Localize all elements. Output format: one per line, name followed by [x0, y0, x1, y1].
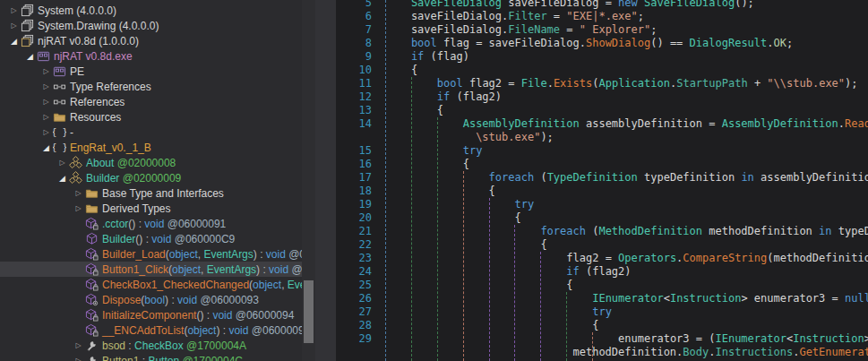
code-line[interactable]: 10{	[336, 64, 868, 77]
tree-row[interactable]: ◢Builder @02000009	[0, 170, 302, 185]
line-number[interactable]: 12	[336, 90, 372, 104]
tree-row[interactable]: ▷Type References	[0, 79, 302, 94]
tree-row[interactable]: ▷PE	[0, 64, 302, 79]
code-editor[interactable]: 5SaveFileDialog saveFileDialog = new Sav…	[336, 0, 868, 361]
expander-expanded-icon[interactable]: ◢	[23, 52, 37, 61]
expander-collapsed-icon[interactable]: ▷	[39, 98, 53, 106]
tree-row[interactable]: ▷Derived Types	[0, 201, 302, 216]
expander-collapsed-icon[interactable]: ▷	[56, 159, 69, 167]
line-number[interactable]: 13	[336, 104, 372, 117]
code-line[interactable]: 27try	[336, 305, 868, 319]
line-number[interactable]: 10	[336, 64, 372, 77]
line-number[interactable]: 29	[336, 332, 372, 346]
tree-label-segment: References	[70, 96, 125, 108]
code-line[interactable]: 29enumerator3 = (IEnumerator<Instruction…	[336, 332, 868, 346]
code-line[interactable]: 18{	[336, 185, 868, 198]
code-line-wrapped[interactable]: \stub.exe");	[336, 131, 868, 144]
line-number[interactable]: 17	[336, 171, 372, 185]
expander-collapsed-icon[interactable]: ▷	[7, 21, 21, 30]
tree-row[interactable]: Builder_Load(object, EventArgs) : void @…	[0, 246, 302, 262]
expander-collapsed-icon[interactable]: ▷	[72, 357, 85, 361]
expander-collapsed-icon[interactable]: ▷	[39, 82, 53, 90]
line-number[interactable]: 27	[336, 305, 372, 319]
expander-collapsed-icon[interactable]: ▷	[7, 6, 21, 14]
tree-row[interactable]: Builder() : void @060000C9	[0, 231, 302, 246]
line-number[interactable]: 9	[336, 50, 372, 64]
line-number[interactable]: 26	[336, 292, 372, 305]
code-line[interactable]: 23flag2 = Operators.CompareString(method…	[336, 252, 868, 265]
panel-splitter[interactable]	[315, 0, 336, 361]
line-number[interactable]: 22	[336, 238, 372, 252]
code-line[interactable]: 6saveFileDialog.Filter = "EXE|*.exe";	[336, 10, 868, 23]
code-line[interactable]: 17foreach (TypeDefinition typeDefinition…	[336, 171, 868, 185]
line-number[interactable]: 18	[336, 185, 372, 198]
tree-row[interactable]: ▷Base Type and Interfaces	[0, 185, 302, 201]
line-number[interactable]: 15	[336, 144, 372, 158]
expander-expanded-icon[interactable]: ◢	[7, 37, 21, 46]
tree-row[interactable]: ▷System (4.0.0.0)	[0, 3, 302, 18]
tree-row[interactable]: ◢njRAT v0.8d.exe	[0, 48, 302, 64]
code-line[interactable]: 11bool flag2 = File.Exists(Application.S…	[336, 77, 868, 90]
tree-row[interactable]: ◢njRAT v0.8d (1.0.0.0)	[0, 33, 302, 48]
code-line[interactable]: 8bool flag = saveFileDialog.ShowDialog()…	[336, 37, 868, 50]
tree-row[interactable]: ◢EngRat_v0._1_B	[0, 140, 302, 155]
tree-row[interactable]: Button1_Click(object, EventArgs) : void …	[0, 262, 302, 277]
code-line[interactable]: 26IEnumerator<Instruction> enumerator3 =…	[336, 292, 868, 305]
line-number[interactable]: 5	[336, 0, 372, 10]
tree-row[interactable]: __ENCAddToList(object) : void @06000096	[0, 322, 302, 338]
code-line[interactable]: 24if (flag2)	[336, 265, 868, 279]
code-line[interactable]: 15try	[336, 144, 868, 158]
tree-row[interactable]: ▷bsod : CheckBox @1700004A	[0, 338, 302, 353]
expander-expanded-icon[interactable]: ◢	[56, 174, 69, 183]
tree-row[interactable]: ▷Resources	[0, 109, 302, 125]
tree-scrollbar-track[interactable]	[302, 0, 315, 361]
code-line[interactable]: 22{	[336, 238, 868, 252]
code-line[interactable]: 9if (flag)	[336, 50, 868, 64]
expander-collapsed-icon[interactable]: ▷	[72, 204, 85, 212]
line-number[interactable]: 8	[336, 37, 372, 50]
tree-row[interactable]: InitializeComponent() : void @06000094	[0, 307, 302, 322]
line-number[interactable]: 25	[336, 279, 372, 292]
expander-collapsed-icon[interactable]: ▷	[72, 341, 85, 349]
line-number[interactable]: 16	[336, 158, 372, 171]
code-line[interactable]: 16{	[336, 158, 868, 171]
code-line[interactable]: 13{	[336, 104, 868, 117]
expander-collapsed-icon[interactable]: ▷	[72, 189, 85, 197]
line-number[interactable]: 21	[336, 225, 372, 238]
code-line[interactable]: 7saveFileDialog.FileName = " Explorer";	[336, 23, 868, 37]
line-number[interactable]: 20	[336, 211, 372, 225]
line-number[interactable]: 6	[336, 10, 372, 23]
tree-row[interactable]: ▷System.Drawing (4.0.0.0)	[0, 18, 302, 33]
expander-collapsed-icon[interactable]: ▷	[39, 67, 53, 75]
tree-row[interactable]: .cctor() : void @06000091	[0, 216, 302, 231]
line-number[interactable]: 24	[336, 265, 372, 279]
code-line[interactable]: 28{	[336, 319, 868, 332]
tree-row[interactable]: ▷Button1 : Button @1700004C	[0, 353, 302, 361]
assembly-explorer-tree[interactable]: ▷System (4.0.0.0)▷System.Drawing (4.0.0.…	[0, 0, 302, 361]
line-number[interactable]: 11	[336, 77, 372, 90]
expander-collapsed-icon[interactable]: ▷	[39, 113, 53, 121]
tree-scrollbar-thumb[interactable]	[304, 280, 314, 343]
line-number[interactable]: 7	[336, 23, 372, 37]
line-number[interactable]: 19	[336, 198, 372, 211]
code-line[interactable]: 25{	[336, 279, 868, 292]
tree-row[interactable]: ▷References	[0, 94, 302, 109]
code-line[interactable]: 19try	[336, 198, 868, 211]
code-line[interactable]: 5SaveFileDialog saveFileDialog = new Sav…	[336, 0, 868, 10]
expander-expanded-icon[interactable]: ◢	[39, 143, 53, 152]
tree-row[interactable]: CheckBox1_CheckedChanged(object, EventAr…	[0, 277, 302, 292]
line-number[interactable]: 28	[336, 319, 372, 332]
method-lock-icon	[85, 278, 99, 291]
code-line[interactable]: 20{	[336, 211, 868, 225]
code-line-wrapped[interactable]: methodDefinition.Body.Instructions.GetEn…	[336, 346, 868, 359]
tree-row[interactable]: ▷About @02000008	[0, 155, 302, 170]
tree-row[interactable]: Dispose(bool) : void @06000093	[0, 292, 302, 307]
tree-row[interactable]: ▷-	[0, 125, 302, 140]
line-number[interactable]: 14	[336, 117, 372, 131]
code-line[interactable]: 14AssemblyDefinition assemblyDefinition …	[336, 117, 868, 131]
line-number[interactable]: 23	[336, 252, 372, 265]
code-token: methodDefinition.	[573, 346, 683, 358]
code-line[interactable]: 12if (flag2)	[336, 90, 868, 104]
code-line[interactable]: 21foreach (MethodDefinition methodDefini…	[336, 225, 868, 238]
expander-collapsed-icon[interactable]: ▷	[39, 128, 53, 136]
